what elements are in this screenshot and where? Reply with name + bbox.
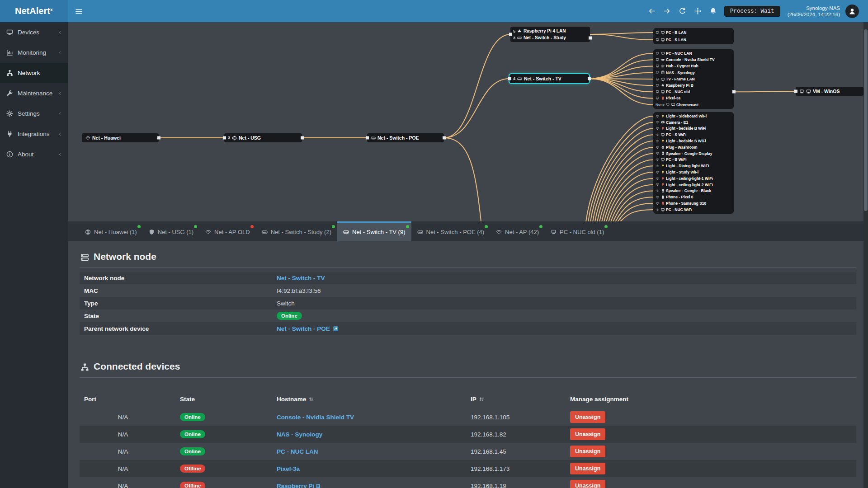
column-header-hostname[interactable]: Hostname xyxy=(277,396,471,403)
unassign-button[interactable]: Unassign xyxy=(570,428,605,440)
topology-node-vm-winos[interactable]: VM - WinOS xyxy=(796,87,863,96)
device-leaf-nas-synology[interactable]: NAS - Synology xyxy=(656,70,731,76)
device-leaf-chromecast[interactable]: NoneChromecast xyxy=(656,102,731,108)
unassign-button[interactable]: Unassign xyxy=(570,463,605,474)
connector xyxy=(157,136,160,140)
forward-button[interactable] xyxy=(659,7,675,15)
state-cell: Offline xyxy=(180,465,277,473)
chevron-left-icon xyxy=(58,132,62,136)
status-dot xyxy=(250,225,254,228)
scrollbar-thumb[interactable] xyxy=(864,29,868,211)
tab-pc-nuc-old-1[interactable]: PC - NUC old (1) xyxy=(545,221,610,241)
sidebar-item-network[interactable]: Network xyxy=(0,63,68,83)
device-leaf-speaker-google-display[interactable]: Speaker - Google Display xyxy=(656,150,731,157)
sidebar-item-about[interactable]: About xyxy=(0,144,68,164)
refresh-button[interactable] xyxy=(675,7,690,15)
device-leaf-pc-nuc-lan[interactable]: PC - NUC LAN xyxy=(656,50,731,56)
tab-net-ap-old[interactable]: Net - AP OLD xyxy=(199,221,256,241)
hostname-link[interactable]: Console - Nvidia Shield TV xyxy=(277,414,354,421)
sidebar-item-devices[interactable]: Devices xyxy=(0,22,68,42)
device-leaf-pc-nuc-old[interactable]: PC - NUC old xyxy=(656,89,731,95)
chevron-left-icon xyxy=(58,51,62,55)
hostname-link[interactable]: NAS - Synology xyxy=(277,431,322,438)
device-leaf-light-ceiling-light-1-wifi[interactable]: Light - ceiling-light-1 WiFi xyxy=(656,175,731,182)
sidebar-item-settings[interactable]: Settings xyxy=(0,103,68,124)
topology-node-net-usg[interactable]: 3Net - USG xyxy=(224,133,302,142)
unassign-button[interactable]: Unassign xyxy=(570,446,605,457)
port-cell: N/A xyxy=(84,483,180,488)
move-button[interactable] xyxy=(690,7,705,15)
device-leaf-light-study-wifi[interactable]: Light - Study WiFi xyxy=(656,169,731,175)
unassign-button[interactable]: Unassign xyxy=(570,411,605,423)
device-leaf-raspberry-pi-b[interactable]: Raspberry Pi B xyxy=(656,82,731,89)
tab-net-ap-42[interactable]: Net - AP (42) xyxy=(490,221,545,241)
sidebar-item-maintenance[interactable]: Maintenance xyxy=(0,83,68,103)
sidebar-item-integrations[interactable]: Integrations xyxy=(0,124,68,144)
stack-row-raspberry-pi-4-lan[interactable]: 5Raspberry Pi 4 LAN xyxy=(513,28,587,34)
topology-node-group-study[interactable]: 5Raspberry Pi 4 LAN3Net - Switch - Study xyxy=(510,27,590,42)
device-leaf-pc-b-lan[interactable]: PC - B LAN xyxy=(656,29,731,36)
parent-node-link[interactable]: Net - Switch - POE xyxy=(277,325,330,332)
device-leaf-pc-b-wifi[interactable]: PC - B WiFi xyxy=(656,157,731,163)
device-label: PC - B LAN xyxy=(666,30,686,35)
tab-net-switch-tv-9[interactable]: Net - Switch - TV (9) xyxy=(337,221,411,241)
bulb-icon xyxy=(661,164,665,168)
host-name: Synology-NAS xyxy=(788,5,840,11)
device-leaf-pc-s-lan[interactable]: PC - S LAN xyxy=(656,36,731,43)
device-leaf-plug-washroom[interactable]: Plug - Washroom xyxy=(656,144,731,150)
sidebar-toggle-button[interactable] xyxy=(68,0,90,22)
devices-icon xyxy=(6,29,18,36)
bulb-icon xyxy=(661,170,665,174)
tab-net-switch-study-2[interactable]: Net - Switch - Study (2) xyxy=(256,221,337,241)
bulb-icon xyxy=(661,177,665,181)
table-row: N/AOnlineConsole - Nvidia Shield TV192.1… xyxy=(80,408,856,426)
hostname-link[interactable]: PC - NUC LAN xyxy=(277,448,318,455)
device-leaf-light-dining-light-wifi[interactable]: Light - Dining light WiFi xyxy=(656,163,731,169)
device-leaf-console-nvidia-shield-tv[interactable]: Console - Nvidia Shield TV xyxy=(656,56,731,63)
device-leaf-camera-e1[interactable]: Camera - E1 xyxy=(656,119,731,126)
node-label: Raspberry Pi 4 LAN xyxy=(524,28,566,33)
unassign-button[interactable]: Unassign xyxy=(570,480,605,488)
device-label: Phone - Pixel 6 xyxy=(666,195,693,199)
device-leaf-phone-samsung-s10[interactable]: Phone - Samsung S10 xyxy=(656,200,731,206)
tab-net-switch-poe-4[interactable]: Net - Switch - POE (4) xyxy=(411,221,491,241)
process-status-badge[interactable]: Process: Wait xyxy=(724,6,780,17)
hostname-link[interactable]: Raspberry Pi B xyxy=(277,483,321,488)
device-leaf-pixel-3a[interactable]: Pixel-3a xyxy=(656,95,731,101)
node-label: VM - WinOS xyxy=(813,89,840,94)
ip-cell: 192.168.1.19 xyxy=(471,483,570,488)
device-leaf-speaker-google-black[interactable]: Speaker - Google - Black xyxy=(656,188,731,194)
sidebar-item-monitoring[interactable]: Monitoring xyxy=(0,42,68,63)
app-logo[interactable]: NetAlertx xyxy=(0,0,68,22)
device-leaf-light-bedside-b-wifi[interactable]: Light - bedside B WiFi xyxy=(656,126,731,132)
device-leaf-light-ceiling-light-2-wifi[interactable]: Light - ceiling-light-2 WiFi xyxy=(656,182,731,188)
back-button[interactable] xyxy=(644,7,659,15)
hostname-link[interactable]: Pixel-3a xyxy=(277,465,300,472)
device-leaf-pc-s-wifi[interactable]: PC - S WiFi xyxy=(656,131,731,138)
avatar[interactable] xyxy=(845,5,859,18)
device-leaf-tv-frame-lan[interactable]: TV - Frame LAN xyxy=(656,76,731,82)
device-leaf-hub-cygnet-hub[interactable]: Hub - Cygnet Hub xyxy=(656,63,731,69)
device-leaf-light-sideboard-wifi[interactable]: Light - Sideboard WiFi xyxy=(656,113,731,119)
stack-row-net-switch-study[interactable]: 3Net - Switch - Study xyxy=(513,34,587,41)
topology-node-net-switch-tv[interactable]: 4Net - Switch - TV xyxy=(509,74,589,83)
node-label: Net - Huawei xyxy=(92,135,121,141)
hostname-cell: Pixel-3a xyxy=(277,465,471,472)
speaker-icon xyxy=(661,151,665,155)
pc-icon xyxy=(661,31,665,35)
info-label: Parent network device xyxy=(84,325,277,332)
tab-net-huawei-1[interactable]: Net - Huawei (1) xyxy=(79,221,143,241)
device-leaf-phone-pixel-6[interactable]: Phone - Pixel 6 xyxy=(656,194,731,200)
device-leaf-pc-nuc-wifi[interactable]: PC - NUC WiFi xyxy=(656,206,731,213)
topology-node-net-huawei[interactable]: Net - Huawei xyxy=(82,133,159,142)
tab-net-usg-1[interactable]: Net - USG (1) xyxy=(143,221,199,241)
topology-node-net-switch-poe[interactable]: Net - Switch - POE xyxy=(367,133,444,142)
node-link[interactable]: Net - Switch - TV xyxy=(277,275,325,282)
device-leaf-light-bedside-s-wifi[interactable]: Light - bedside S WiFi xyxy=(656,138,731,144)
pc-icon xyxy=(661,38,665,42)
notifications-bell-icon[interactable] xyxy=(705,7,721,15)
status-dot xyxy=(485,225,488,228)
column-header-ip[interactable]: IP xyxy=(471,396,570,403)
wifi-icon xyxy=(656,208,660,212)
eth-icon xyxy=(656,64,660,68)
